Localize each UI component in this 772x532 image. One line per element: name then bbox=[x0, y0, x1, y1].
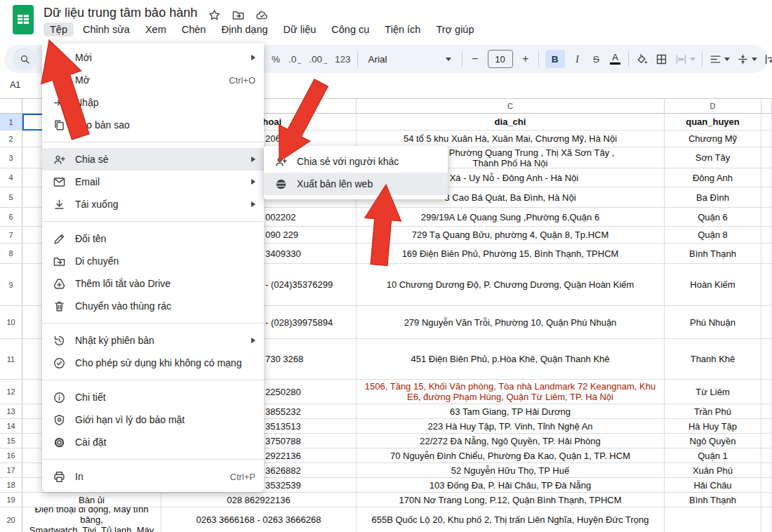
cell-E8[interactable] bbox=[761, 244, 772, 264]
row-header-3[interactable]: 3 bbox=[0, 147, 22, 168]
file-menu-item-4-0[interactable]: Chi tiết bbox=[42, 386, 264, 408]
cell-E19[interactable] bbox=[761, 493, 772, 507]
vertical-align-button[interactable] bbox=[736, 50, 757, 68]
cell-D9[interactable]: Hoàn Kiếm bbox=[665, 264, 761, 306]
cell-C15[interactable]: 22/272 Đà Nẵng, Ngô Quyền, TP. Hải Phòng bbox=[357, 434, 665, 448]
more-formats-button[interactable]: 123 bbox=[335, 50, 351, 68]
row-header-6[interactable]: 6 bbox=[0, 208, 22, 227]
cell-C14[interactable]: 223 Hà Huy Tập, TP. Vinh, Tỉnh Nghệ An bbox=[357, 419, 665, 434]
file-menu-item-4-2[interactable]: Cài đặt bbox=[42, 431, 264, 453]
decrease-font-size-button[interactable]: − bbox=[469, 50, 481, 68]
file-menu-item-3-0[interactable]: Nhật ký phiên bản bbox=[42, 329, 264, 352]
cell-C20[interactable]: 655B Quốc Lộ 20, Khu phố 2, Thị trấn Liê… bbox=[357, 507, 665, 532]
cell-B19[interactable]: 028 862922136 bbox=[161, 493, 357, 507]
row-header-17[interactable]: 17 bbox=[0, 463, 22, 478]
search-icon[interactable] bbox=[13, 47, 36, 71]
row-header-8[interactable]: 8 bbox=[0, 244, 22, 264]
font-size-input[interactable]: 10 bbox=[488, 50, 513, 68]
cell-E4[interactable] bbox=[761, 168, 772, 187]
cell-E7[interactable] bbox=[761, 227, 772, 244]
document-title[interactable]: Dữ liệu trung tâm bảo hành bbox=[44, 6, 197, 20]
cell-D19[interactable]: Bình Thạnh bbox=[665, 493, 761, 507]
cell-D17[interactable]: Xuân Phú bbox=[665, 463, 761, 478]
cell-E15[interactable] bbox=[761, 434, 772, 448]
cell-E17[interactable] bbox=[761, 463, 772, 478]
row-header-2[interactable]: 2 bbox=[0, 131, 22, 147]
text-wrap-button[interactable] bbox=[764, 50, 772, 68]
file-menu-item-4-1[interactable]: Giới hạn vì lý do bảo mật bbox=[42, 408, 264, 431]
cell-D6[interactable]: Quận 6 bbox=[665, 208, 761, 227]
row-header-10[interactable]: 10 bbox=[0, 306, 22, 339]
cell-D2[interactable]: Chương Mỹ bbox=[665, 131, 761, 147]
horizontal-align-button[interactable] bbox=[709, 50, 730, 68]
column-header-D[interactable]: D bbox=[665, 98, 761, 114]
cell-E10[interactable] bbox=[761, 306, 772, 339]
cell-C13[interactable]: 63 Tam Giang, TP Hải Dương bbox=[357, 404, 665, 419]
row-header-16[interactable]: 16 bbox=[0, 448, 22, 463]
file-menu-item-3-1[interactable]: Cho phép sử dụng khi không có mạng bbox=[42, 352, 264, 374]
increase-decimal-button[interactable]: .00→ bbox=[309, 50, 328, 68]
borders-button[interactable] bbox=[655, 50, 668, 68]
file-menu-item-1-0[interactable]: Chia sẻ bbox=[42, 148, 264, 171]
file-menu-item-2-1[interactable]: Di chuyển bbox=[42, 250, 264, 272]
cell-E18[interactable] bbox=[761, 478, 772, 493]
cell-C7[interactable]: 729 Tạ Quang Bửu, phường 4, Quận 8, Tp.H… bbox=[357, 227, 665, 244]
bold-button[interactable]: B bbox=[545, 50, 565, 68]
row-header-14[interactable]: 14 bbox=[0, 419, 22, 434]
text-color-button[interactable]: A bbox=[609, 50, 622, 68]
menubar-item-6[interactable]: Công cụ bbox=[325, 22, 375, 36]
fill-color-button[interactable] bbox=[635, 50, 648, 68]
menubar-item-2[interactable]: Xem bbox=[139, 22, 173, 36]
cell-A20[interactable]: Điện thoại di động, Máy tính bảng, Smart… bbox=[22, 507, 161, 532]
cell-C9[interactable]: 10 Chương Dương Độ, P. Chương Dương, Quậ… bbox=[357, 264, 665, 306]
cell-D13[interactable]: Trần Phú bbox=[665, 404, 761, 419]
select-all-corner[interactable] bbox=[0, 98, 22, 114]
row-header-5[interactable]: 5 bbox=[0, 187, 22, 208]
cell-C19[interactable]: 170N Nơ Trang Long, P.12, Quận Bình Thạn… bbox=[357, 493, 665, 507]
file-menu-item-2-2[interactable]: Thêm lối tắt vào Drive bbox=[42, 272, 264, 295]
menubar-item-3[interactable]: Chèn bbox=[175, 22, 213, 36]
cell-D3[interactable]: Sơn Tây bbox=[665, 147, 761, 168]
file-menu-item-5-0[interactable]: InCtrl+P bbox=[42, 465, 264, 488]
cell-C8[interactable]: 169 Điện Biên Phủ, Phường 15, Bình Thạnh… bbox=[357, 244, 665, 264]
cell-E13[interactable] bbox=[761, 404, 772, 419]
cell-C1[interactable]: dia_chi bbox=[357, 114, 665, 131]
cell-C2[interactable]: 54 tổ 5 khu Xuân Hà, Xuân Mai, Chương Mỹ… bbox=[357, 131, 665, 147]
row-header-20[interactable]: 20 bbox=[0, 507, 22, 532]
file-menu-item-0-1[interactable]: MởCtrl+O bbox=[42, 69, 264, 91]
cell-D14[interactable]: Hà Huy Tập bbox=[665, 419, 761, 434]
cell-D8[interactable]: Bình Thạnh bbox=[665, 244, 761, 264]
menubar-item-4[interactable]: Định dạng bbox=[215, 22, 274, 36]
file-menu-item-0-3[interactable]: Tạo bản sao bbox=[42, 114, 264, 136]
italic-button[interactable]: I bbox=[571, 50, 584, 68]
increase-font-size-button[interactable]: + bbox=[519, 50, 532, 68]
cell-C10[interactable]: 279 Nguyễn Văn Trỗi, Phường 10, Quận Phú… bbox=[357, 306, 665, 339]
menubar-item-1[interactable]: Chỉnh sửa bbox=[76, 22, 136, 36]
row-header-1[interactable]: 1 bbox=[0, 114, 22, 131]
star-icon[interactable] bbox=[208, 8, 221, 22]
cell-E9[interactable] bbox=[761, 264, 772, 306]
cell-D10[interactable]: Phú Nhuận bbox=[665, 306, 761, 339]
cell-C12[interactable]: 1506, Tầng 15, Khối Văn phòng, Tòa nhà L… bbox=[357, 380, 665, 404]
menubar-item-7[interactable]: Tiện ích bbox=[378, 22, 427, 36]
cell-D1[interactable]: quan_huyen bbox=[665, 114, 761, 131]
cell-D5[interactable]: Ba Đình bbox=[665, 187, 761, 208]
cell-D4[interactable]: Đông Anh bbox=[665, 168, 761, 187]
cell-E5[interactable] bbox=[761, 187, 772, 208]
file-menu-item-2-3[interactable]: Chuyển vào thùng rác bbox=[42, 295, 264, 317]
row-header-11[interactable]: 11 bbox=[0, 339, 22, 380]
cell-B20[interactable]: 0263 3666168 - 0263 3666268 bbox=[161, 507, 357, 532]
move-folder-icon[interactable] bbox=[232, 8, 245, 22]
strikethrough-button[interactable]: S bbox=[590, 50, 603, 68]
decrease-decimal-button[interactable]: .0← bbox=[288, 50, 302, 68]
row-header-13[interactable]: 13 bbox=[0, 404, 22, 419]
column-header-E[interactable] bbox=[761, 98, 772, 114]
percent-format-button[interactable]: % bbox=[269, 50, 282, 68]
row-header-18[interactable]: 18 bbox=[0, 478, 22, 493]
cell-D16[interactable]: Quận 1 bbox=[665, 448, 761, 463]
cell-E20[interactable] bbox=[761, 507, 772, 532]
column-header-C[interactable]: C bbox=[357, 98, 665, 114]
menubar-item-8[interactable]: Trợ giúp bbox=[430, 22, 480, 36]
row-header-15[interactable]: 15 bbox=[0, 434, 22, 448]
font-family-dropdown[interactable]: Arial bbox=[364, 50, 455, 68]
